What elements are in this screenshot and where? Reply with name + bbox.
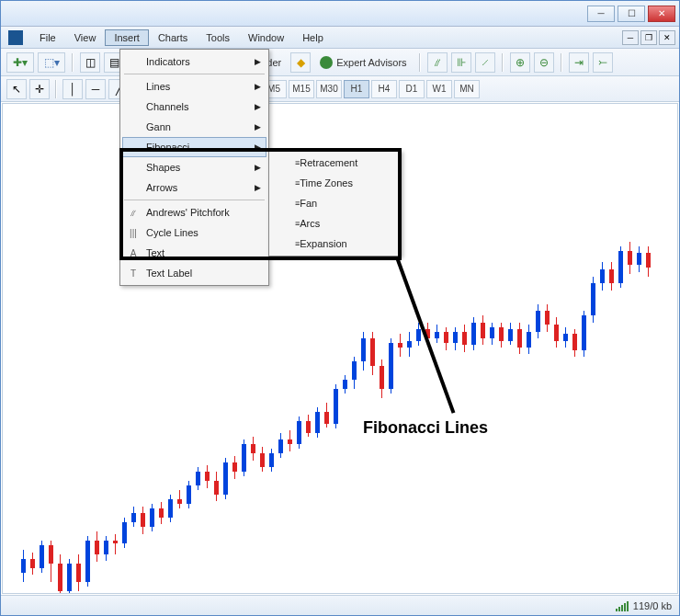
child-close-button[interactable]: ✕ [659,30,675,45]
candle [251,437,255,461]
menu-item-arrows[interactable]: Arrows▶ [122,177,266,198]
candle [490,323,494,345]
menu-item-help[interactable]: Help [293,29,333,46]
submenu-item-fan[interactable]: ≡Fan [271,193,399,213]
timeframe-mn[interactable]: MN [454,80,480,98]
menu-item-channels[interactable]: Channels▶ [122,97,266,117]
timeframe-h1[interactable]: H1 [344,80,369,98]
candle [517,323,522,354]
candle [380,359,384,398]
candle [361,332,366,371]
maximize-button[interactable]: ☐ [618,6,645,22]
horizontal-line-button[interactable]: ─ [85,79,106,99]
submenu-item-label: Time Zones [300,177,353,188]
menu-item-indicators[interactable]: Indicators▶ [122,51,266,72]
meta-editor-button[interactable]: ◆ [290,52,311,73]
annotation-text: Fibonacci Lines [363,418,488,438]
timeframe-d1[interactable]: D1 [399,80,425,98]
submenu-item-arcs[interactable]: ≡Arcs [271,213,399,234]
candle [572,329,577,357]
line-chart-button[interactable]: ⟋ [475,52,495,73]
crosshair-button[interactable]: ✛ [29,79,50,99]
separator [561,53,562,72]
timeframe-w1[interactable]: W1 [426,80,452,98]
menu-item-text[interactable]: AText [122,243,266,263]
candle [646,246,651,277]
submenu-item-time-zones[interactable]: ≡Time Zones [271,173,399,193]
submenu-item-retracement[interactable]: ≡Retracement [271,153,399,173]
candle [591,277,595,323]
candle-chart-button[interactable]: ⊪ [451,52,471,73]
candle [76,554,81,591]
timeframe-m30[interactable]: M30 [316,80,342,98]
candle [297,416,301,449]
market-watch-button[interactable]: ◫ [80,52,100,73]
candle [527,325,531,354]
auto-scroll-button[interactable]: ⇥ [569,52,589,73]
expert-advisors-button[interactable]: Expert Advisors [314,54,412,71]
menu-item-label: Arrows [146,182,177,193]
menu-item-insert[interactable]: Insert [105,29,149,46]
statusbar: 119/0 kb [1,595,679,615]
bar-chart-button[interactable]: ⫽ [427,52,448,73]
submenu-arrow-icon: ▶ [255,122,261,131]
menu-item-label: Fibonacci [146,142,189,153]
candle [435,325,439,343]
separator [72,53,74,72]
separator [419,53,421,72]
zoom-in-button[interactable]: ⊕ [510,52,530,73]
menu-item-label: Text Label [146,268,192,279]
candle [214,472,219,501]
menu-item-charts[interactable]: Charts [149,29,197,46]
submenu-item-expansion[interactable]: ≡Expansion [271,234,399,254]
menu-item-label: Cycle Lines [146,227,198,238]
menu-item-window[interactable]: Window [239,29,293,46]
candle [508,323,513,345]
vertical-line-button[interactable]: │ [62,79,83,99]
fibonacci-submenu: ≡Retracement≡Time Zones≡Fan≡Arcs≡Expansi… [268,150,402,257]
menu-item-text-label[interactable]: TText Label [122,263,266,283]
menu-item-lines[interactable]: Lines▶ [122,76,266,97]
connection-bars-icon [616,600,629,611]
candle [85,536,90,587]
menu-item-gann[interactable]: Gann▶ [122,117,266,137]
profiles-button[interactable]: ⬚▾ [38,52,65,73]
candle [462,325,467,352]
submenu-item-label: Fan [300,198,317,209]
menu-item-file[interactable]: File [30,29,65,46]
candle [600,262,605,291]
candle [21,550,26,582]
child-restore-button[interactable]: ❐ [640,30,657,45]
menu-item-tools[interactable]: Tools [197,29,239,46]
submenu-arrow-icon: ▶ [255,102,261,111]
submenu-arrow-icon: ▶ [255,57,261,66]
menu-item-shapes[interactable]: Shapes▶ [122,157,266,177]
zoom-out-button[interactable]: ⊖ [534,52,554,73]
candle [618,246,623,288]
candle [168,495,173,522]
candle [334,384,338,428]
submenu-arrow-icon: ▶ [255,163,261,172]
candle [315,407,320,438]
candle [343,375,347,394]
candle [150,504,154,531]
candle [49,541,53,582]
cycle-lines-icon: ||| [127,226,140,239]
candle [481,315,485,345]
timeframe-h4[interactable]: H4 [371,80,397,98]
child-minimize-button[interactable]: ─ [622,30,639,45]
menu-item-fibonacci[interactable]: Fibonacci▶ [122,137,266,157]
menu-item-cycle-lines[interactable]: |||Cycle Lines [122,222,266,243]
chart-shift-button[interactable]: ⤚ [593,52,613,73]
menu-item-label: Gann [146,121,171,132]
menu-item-view[interactable]: View [65,29,106,46]
cursor-button[interactable]: ↖ [6,79,27,99]
menu-item-label: Lines [146,81,170,92]
timeframe-m15[interactable]: M15 [289,80,314,98]
minimize-button[interactable]: ─ [587,6,615,22]
menu-item-andrews-pitchfork[interactable]: ⫽Andrews' Pitchfork [122,202,266,222]
close-button[interactable]: ✕ [648,6,675,22]
new-chart-button[interactable]: ✚▾ [6,52,34,73]
candle [177,490,182,508]
candle [563,327,568,348]
